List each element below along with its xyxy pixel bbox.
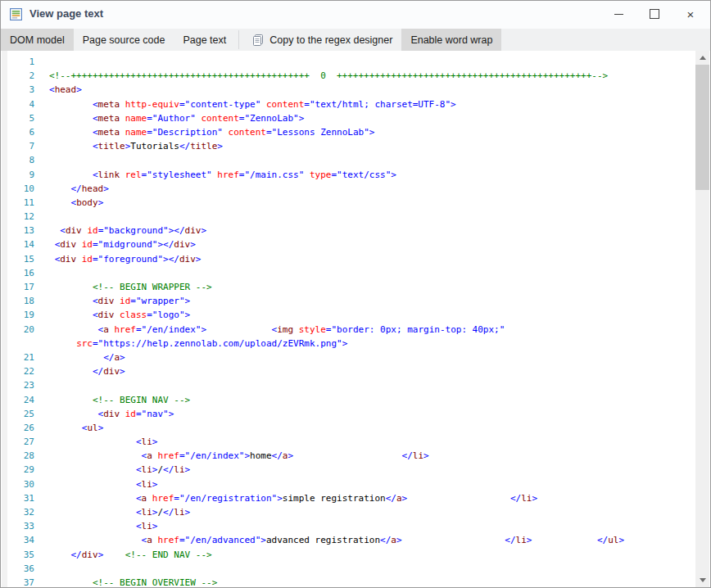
code-line: 15 <div id="foreground"></div> [7,252,693,266]
vertical-scrollbar[interactable] [695,51,709,587]
line-number: 11 [7,196,34,210]
code-line: 16 [7,266,693,280]
scroll-down-button[interactable] [695,573,709,587]
code-text: src="https://help.zennolab.com/upload/zE… [34,337,347,351]
line-number: 18 [7,294,34,308]
arrow-down-icon [700,578,706,582]
code-line: 12 [7,210,693,224]
line-number: 7 [7,139,34,153]
code-text: <li>/</li> [34,463,190,477]
code-line: 30 <li> [7,477,693,491]
code-line: 14 <div id="midground"></div> [7,237,693,251]
toolbar: DOM model Page source code Page text Cop… [1,29,710,51]
code-line: 5 <meta name="Author" content="ZennoLab"… [7,111,693,125]
code-line: 23 [7,378,693,392]
code-text: <div id="background"></div> [34,224,206,237]
code-text: </div> [34,364,125,378]
tab-page-source-code[interactable]: Page source code [74,29,174,51]
code-text [34,378,49,392]
scroll-up-button[interactable] [695,51,709,65]
code-text: <a href="/en/index">home</a> </li> [34,449,429,463]
code-line: 11 <body> [7,196,693,210]
minimize-icon [614,14,623,15]
tab-label: DOM model [10,34,65,46]
line-number: 19 [7,308,34,322]
code-text: <a href="/en/advanced">advanced registra… [34,533,624,547]
line-number: 22 [7,364,34,378]
close-button[interactable]: × [673,1,709,27]
code-text: <div id="foreground"></div> [34,252,201,266]
code-line: 6 <meta name="Description" content="Less… [7,125,693,139]
line-number: 3 [7,83,34,97]
code-line: 34 <a href="/en/advanced">advanced regis… [7,533,693,547]
code-text: </head> [34,182,109,196]
code-area[interactable]: 12<!--++++++++++++++++++++++++++++++++++… [7,55,693,587]
scrollbar-thumb[interactable] [695,65,709,190]
code-line: 20 <a href="/en/index"> <img style="bord… [7,323,693,337]
code-line: 21 </a> [7,351,693,364]
close-icon: × [687,8,695,20]
line-number: 2 [7,69,34,83]
code-text: <li> [34,435,157,449]
code-line: 27 <li> [7,435,693,449]
line-number: 33 [7,519,34,533]
code-text: <a href="/en/registration">simple regist… [34,491,537,505]
line-number: 23 [7,378,34,392]
code-line: 4 <meta http-equiv="content-type" conten… [7,97,693,111]
maximize-button[interactable] [636,1,673,27]
copy-pages-icon [251,34,265,47]
code-text: </div> <!-- END NAV --> [34,548,212,562]
code-line: 3<head> [7,83,693,97]
code-text: <div id="midground"></div> [34,237,196,251]
code-text: <!-- BEGIN WRAPPER --> [34,280,212,294]
minimize-button[interactable] [600,1,636,27]
code-text: <meta http-equiv="content-type" content=… [34,97,456,111]
code-text: <!--++++++++++++++++++++++++++++++++++++… [34,69,608,83]
code-text: <link rel="stylesheet" href="/main.css" … [34,168,396,182]
code-line: 19 <div class="logo"> [7,308,693,322]
code-text: </a> [34,351,125,364]
page-text-icon [9,7,23,21]
line-number: 34 [7,533,34,547]
line-number: 37 [7,576,34,587]
line-number: 9 [7,168,34,182]
line-number: 8 [7,153,34,167]
code-text: <li> [34,477,157,491]
code-line: 36 [7,562,693,576]
line-number: 27 [7,435,34,449]
enable-word-wrap-button[interactable]: Enable word wrap [401,29,501,51]
tab-page-text[interactable]: Page text [174,29,235,51]
window-controls: × [600,1,709,27]
line-number: 1 [7,55,34,69]
line-number: 6 [7,125,34,139]
line-number: 26 [7,421,34,435]
line-number: 16 [7,266,34,280]
code-line: 26 <ul> [7,421,693,435]
copy-to-regex-designer-button[interactable]: Copy to the regex designer [242,29,401,51]
code-text: <head> [34,83,82,97]
line-number: 17 [7,280,34,294]
button-label: Copy to the regex designer [269,34,392,46]
code-text: <li>/</li> [34,505,190,519]
tab-dom-model[interactable]: DOM model [1,29,74,51]
code-line: 17 <!-- BEGIN WRAPPER --> [7,280,693,294]
code-text [34,153,49,167]
line-number: 36 [7,562,34,576]
line-number: 5 [7,111,34,125]
line-number: 24 [7,393,34,407]
code-text: <title>Tutorials</title> [34,139,223,153]
code-line: 28 <a href="/en/index">home</a> </li> [7,449,693,463]
code-line: 9 <link rel="stylesheet" href="/main.css… [7,168,693,182]
line-number: 29 [7,463,34,477]
code-text: <li> [34,519,157,533]
window-title: View page text [29,7,103,20]
titlebar: View page text × [1,1,710,29]
line-number: 21 [7,351,34,364]
code-line: 8 [7,153,693,167]
code-line: 2<!--+++++++++++++++++++++++++++++++++++… [7,69,693,83]
code-text: <div class="logo"> [34,308,190,322]
line-number: 25 [7,407,34,421]
line-number: 20 [7,323,34,337]
line-number: 14 [7,237,34,251]
code-line: 37 <!-- BEGIN OVERVIEW --> [7,576,693,587]
